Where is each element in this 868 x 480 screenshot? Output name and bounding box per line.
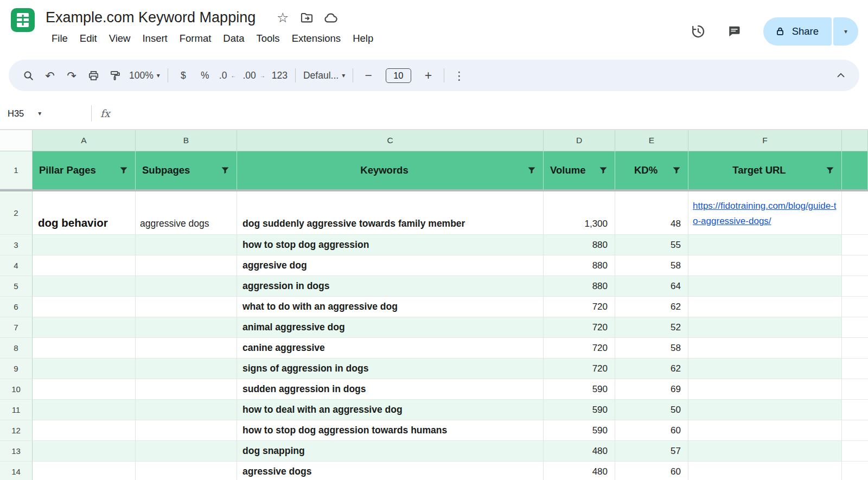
cell-pillar-empty[interactable] (33, 359, 136, 379)
row-number[interactable]: 9 (0, 359, 33, 379)
cell-subpage-empty[interactable] (136, 359, 237, 379)
cell-target-url[interactable]: https://fidotraining.com/blog/guide-to-a… (688, 191, 842, 235)
select-all-corner[interactable] (0, 130, 33, 151)
filter-icon[interactable] (221, 167, 229, 174)
cell-volume[interactable]: 1,300 (544, 191, 615, 235)
cell-pillar-empty[interactable] (33, 235, 136, 255)
cell-volume[interactable]: 880 (544, 276, 615, 297)
cell-keyword[interactable]: how to stop dog aggression towards human… (237, 420, 544, 441)
cell-kd[interactable]: 62 (615, 359, 688, 379)
filter-icon[interactable] (826, 167, 834, 174)
row-number[interactable]: 13 (0, 441, 33, 462)
cell-keyword[interactable]: sudden aggression in dogs (237, 379, 544, 400)
cell-keyword[interactable]: how to stop dog aggression (237, 235, 544, 255)
name-box[interactable]: H35 ▾ (8, 108, 88, 119)
cell-url-empty[interactable] (688, 379, 842, 400)
filter-icon[interactable] (599, 167, 608, 174)
cell-url-empty[interactable] (688, 235, 842, 255)
column-letter-d[interactable]: D (544, 130, 615, 151)
cell-pillar-empty[interactable] (33, 297, 136, 317)
header-partial-column[interactable] (842, 151, 868, 189)
print-icon[interactable] (82, 65, 104, 86)
menu-format[interactable]: Format (174, 30, 218, 47)
cell-keyword[interactable]: signs of aggression in dogs (237, 359, 544, 379)
column-letter-a[interactable]: A (33, 130, 136, 151)
cell-keyword[interactable]: how to deal with an aggressive dog (237, 400, 544, 420)
column-letter-f[interactable]: F (688, 130, 842, 151)
cell-volume[interactable]: 480 (544, 441, 615, 462)
filter-icon[interactable] (527, 167, 536, 174)
cell-pillar-empty[interactable] (33, 400, 136, 420)
menu-extensions[interactable]: Extensions (286, 30, 347, 47)
decrease-font-size-button[interactable]: − (358, 65, 379, 86)
column-letter-e[interactable]: E (615, 130, 688, 151)
row-number[interactable]: 14 (0, 462, 33, 480)
increase-font-size-button[interactable]: + (418, 65, 439, 86)
row-number[interactable]: 7 (0, 317, 33, 338)
cell-subpage[interactable]: aggressive dogs (136, 191, 237, 235)
document-title[interactable]: Example.com Keyword Mapping (46, 9, 256, 26)
cell-volume[interactable]: 590 (544, 420, 615, 441)
cell-url-empty[interactable] (688, 462, 842, 480)
more-formats-button[interactable]: 123 (269, 65, 291, 86)
cell-kd[interactable]: 62 (615, 297, 688, 317)
cell-outside-range[interactable] (842, 191, 868, 235)
menu-tools[interactable]: Tools (250, 30, 285, 47)
cell-url-empty[interactable] (688, 400, 842, 420)
row-number[interactable]: 3 (0, 235, 33, 255)
row-number[interactable]: 10 (0, 379, 33, 400)
cell-kd[interactable]: 58 (615, 255, 688, 276)
cell-keyword[interactable]: dog snapping (237, 441, 544, 462)
more-options-icon[interactable]: ⋮ (449, 65, 470, 86)
cell-outside-range[interactable] (842, 359, 868, 379)
cell-subpage-empty[interactable] (136, 441, 237, 462)
share-dropdown[interactable]: ▾ (833, 17, 858, 46)
row-number[interactable]: 5 (0, 276, 33, 297)
percent-format-button[interactable]: % (194, 65, 216, 86)
cell-url-empty[interactable] (688, 276, 842, 297)
cell-subpage-empty[interactable] (136, 255, 237, 276)
redo-icon[interactable]: ↷ (61, 65, 82, 86)
row-number[interactable]: 12 (0, 420, 33, 441)
cell-subpage-empty[interactable] (136, 462, 237, 480)
row-number[interactable]: 4 (0, 255, 33, 276)
cell-outside-range[interactable] (842, 400, 868, 420)
cell-keyword[interactable]: agressive dogs (237, 462, 544, 480)
cell-kd[interactable]: 55 (615, 235, 688, 255)
cell-volume[interactable]: 880 (544, 235, 615, 255)
cell-kd[interactable]: 64 (615, 276, 688, 297)
row-number[interactable]: 1 (0, 151, 33, 189)
move-folder-icon[interactable] (296, 8, 317, 27)
font-select[interactable]: Defaul... ▾ (300, 65, 348, 86)
row-number[interactable]: 6 (0, 297, 33, 317)
cell-volume[interactable]: 880 (544, 255, 615, 276)
cell-kd[interactable]: 48 (615, 191, 688, 235)
cell-volume[interactable]: 720 (544, 338, 615, 359)
cell-subpage-empty[interactable] (136, 420, 237, 441)
zoom-select[interactable]: 100% ▾ (126, 65, 163, 86)
cell-pillar-empty[interactable] (33, 317, 136, 338)
cell-outside-range[interactable] (842, 379, 868, 400)
cell-volume[interactable]: 590 (544, 400, 615, 420)
filter-icon[interactable] (119, 167, 128, 174)
sheets-logo[interactable] (10, 7, 36, 33)
cell-pillar-empty[interactable] (33, 462, 136, 480)
font-size-input[interactable]: 10 (386, 68, 411, 83)
cell-pillar-empty[interactable] (33, 255, 136, 276)
cell-keyword[interactable]: canine aggressive (237, 338, 544, 359)
menu-file[interactable]: File (46, 30, 74, 47)
header-subpages[interactable]: Subpages (136, 151, 237, 189)
header-volume[interactable]: Volume (544, 151, 615, 189)
column-letter-b[interactable]: B (136, 130, 237, 151)
cell-pillar-empty[interactable] (33, 441, 136, 462)
cell-outside-range[interactable] (842, 276, 868, 297)
cell-kd[interactable]: 52 (615, 317, 688, 338)
cell-volume[interactable]: 720 (544, 317, 615, 338)
version-history-icon[interactable] (684, 17, 712, 46)
cell-outside-range[interactable] (842, 420, 868, 441)
cell-subpage-empty[interactable] (136, 338, 237, 359)
header-kd[interactable]: KD% (615, 151, 688, 189)
cell-url-empty[interactable] (688, 420, 842, 441)
cell-url-empty[interactable] (688, 441, 842, 462)
cell-volume[interactable]: 480 (544, 462, 615, 480)
